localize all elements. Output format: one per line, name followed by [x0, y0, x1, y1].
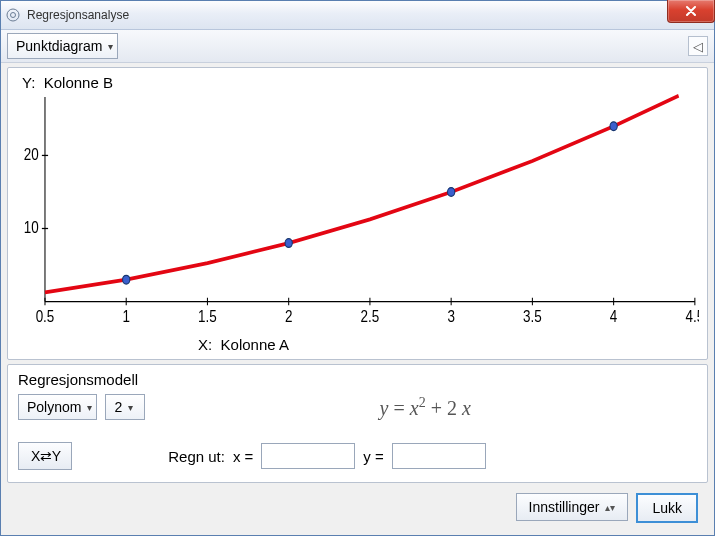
- svg-point-29: [610, 122, 617, 131]
- y-equals-label: y =: [363, 448, 383, 465]
- svg-point-1: [11, 13, 16, 18]
- svg-text:3: 3: [447, 307, 454, 324]
- footer: Innstillinger ▴▾ Lukk: [7, 487, 708, 529]
- close-dialog-button[interactable]: Lukk: [636, 493, 698, 523]
- model-section-title: Regresjonsmodell: [18, 371, 697, 388]
- toolbar: Punktdiagram ▾ ◁: [1, 30, 714, 63]
- svg-text:4: 4: [610, 307, 617, 324]
- y-axis-label: Y: Kolonne B: [22, 74, 113, 91]
- svg-text:0.5: 0.5: [36, 307, 55, 324]
- app-icon: [5, 7, 21, 23]
- x-equals-label: x =: [233, 448, 253, 465]
- settings-label: Innstillinger: [529, 499, 600, 515]
- close-icon: [685, 6, 697, 16]
- svg-point-27: [285, 239, 292, 248]
- client-area: Y: Kolonne B 0.511.522.533.544.51020 X: …: [1, 63, 714, 535]
- svg-text:10: 10: [24, 219, 39, 236]
- svg-text:4.5: 4.5: [686, 307, 699, 324]
- chevron-down-icon: ▾: [87, 402, 92, 413]
- svg-point-0: [7, 9, 19, 21]
- panel-toggle-button[interactable]: ◁: [688, 36, 708, 56]
- model-type-select[interactable]: Polynom ▾: [18, 394, 97, 420]
- x-input[interactable]: [261, 443, 355, 469]
- svg-text:2.5: 2.5: [361, 307, 380, 324]
- window-title: Regresjonsanalyse: [27, 8, 129, 22]
- titlebar: Regresjonsanalyse: [1, 1, 714, 30]
- model-type-value: Polynom: [27, 399, 81, 415]
- svg-point-28: [448, 188, 455, 197]
- model-degree-value: 2: [114, 399, 122, 415]
- chart-type-select[interactable]: Punktdiagram ▾: [7, 33, 118, 59]
- x-axis-label: X: Kolonne A: [198, 336, 289, 353]
- close-button[interactable]: [667, 0, 715, 23]
- model-panel: Regresjonsmodell Polynom ▾ 2 ▾ y = x2 + …: [7, 364, 708, 483]
- swap-xy-button[interactable]: X ⇄ Y: [18, 442, 72, 470]
- y-input[interactable]: [392, 443, 486, 469]
- close-dialog-label: Lukk: [652, 500, 682, 516]
- svg-text:20: 20: [24, 146, 39, 163]
- svg-text:3.5: 3.5: [523, 307, 542, 324]
- chevron-down-icon: ▾: [128, 402, 133, 413]
- regression-formula: y = x2 + 2 x: [153, 395, 697, 420]
- svg-point-26: [123, 275, 130, 284]
- chart-canvas[interactable]: 0.511.522.533.544.51020: [16, 92, 699, 329]
- calc-label: Regn ut:: [168, 448, 225, 465]
- chart-type-value: Punktdiagram: [16, 38, 102, 54]
- svg-text:1: 1: [122, 307, 129, 324]
- updown-icon: ▴▾: [605, 502, 615, 513]
- chart-panel: Y: Kolonne B 0.511.522.533.544.51020 X: …: [7, 67, 708, 360]
- model-degree-select[interactable]: 2 ▾: [105, 394, 145, 420]
- svg-text:2: 2: [285, 307, 292, 324]
- settings-button[interactable]: Innstillinger ▴▾: [516, 493, 629, 521]
- swap-xy-label: X ⇄ Y: [31, 448, 59, 464]
- svg-text:1.5: 1.5: [198, 307, 217, 324]
- chevron-down-icon: ▾: [108, 41, 113, 52]
- app-window: Regresjonsanalyse Punktdiagram ▾ ◁ Y: Ko…: [0, 0, 715, 536]
- panel-toggle-icon: ◁: [693, 39, 703, 54]
